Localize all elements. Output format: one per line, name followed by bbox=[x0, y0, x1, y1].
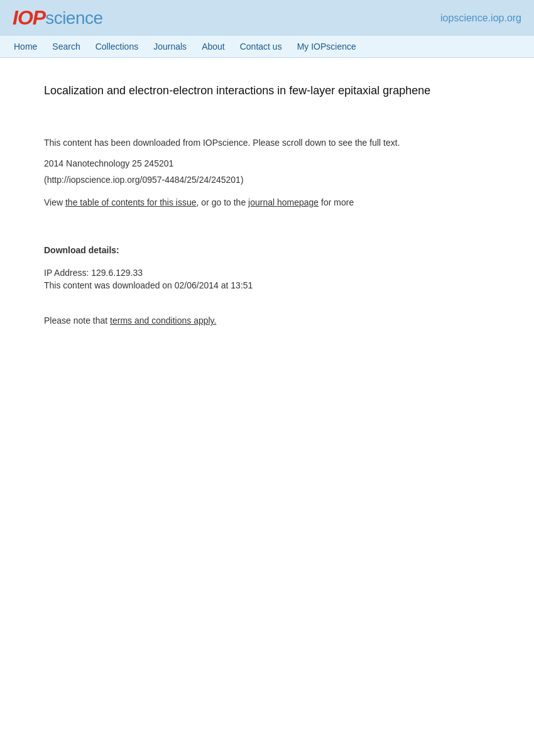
nav-myiopscience[interactable]: My IOPscience bbox=[290, 36, 364, 57]
site-logo[interactable]: IOPscience bbox=[13, 6, 103, 30]
nav-search[interactable]: Search bbox=[45, 36, 87, 57]
toc-link[interactable]: the table of contents for this issue bbox=[65, 197, 197, 207]
terms-line: Please note that terms and conditions ap… bbox=[44, 315, 490, 326]
nav-collections[interactable]: Collections bbox=[88, 36, 146, 57]
terms-link[interactable]: terms and conditions apply. bbox=[110, 315, 216, 326]
view-text-middle: , or go to the bbox=[197, 197, 249, 207]
download-notice: This content has been downloaded from IO… bbox=[44, 136, 490, 150]
terms-text-before: Please note that bbox=[44, 315, 110, 326]
journal-homepage-link[interactable]: journal homepage bbox=[248, 197, 319, 207]
site-url-link[interactable]: iopscience.iop.org bbox=[440, 13, 521, 24]
nav-journals[interactable]: Journals bbox=[146, 36, 194, 57]
article-url: (http://iopscience.iop.org/0957-4484/25/… bbox=[44, 175, 490, 185]
nav-contact[interactable]: Contact us bbox=[232, 36, 290, 57]
logo-science-text: science bbox=[45, 8, 102, 28]
citation-line: 2014 Nanotechnology 25 245201 bbox=[44, 158, 490, 168]
download-details-heading: Download details: bbox=[44, 245, 490, 255]
view-text-before: View bbox=[44, 197, 65, 207]
site-header: IOPscience iopscience.iop.org bbox=[0, 0, 534, 36]
download-date: This content was downloaded on 02/06/201… bbox=[44, 280, 490, 290]
ip-address: IP Address: 129.6.129.33 bbox=[44, 268, 490, 278]
nav-home[interactable]: Home bbox=[6, 36, 45, 57]
main-nav: Home Search Collections Journals About C… bbox=[0, 36, 534, 58]
logo-iop-text: IOP bbox=[13, 6, 45, 30]
nav-about[interactable]: About bbox=[194, 36, 232, 57]
view-line: View the table of contents for this issu… bbox=[44, 197, 490, 207]
article-title: Localization and electron-electron inter… bbox=[44, 83, 490, 99]
main-content: Localization and electron-electron inter… bbox=[0, 58, 534, 351]
view-text-after: for more bbox=[319, 197, 354, 207]
